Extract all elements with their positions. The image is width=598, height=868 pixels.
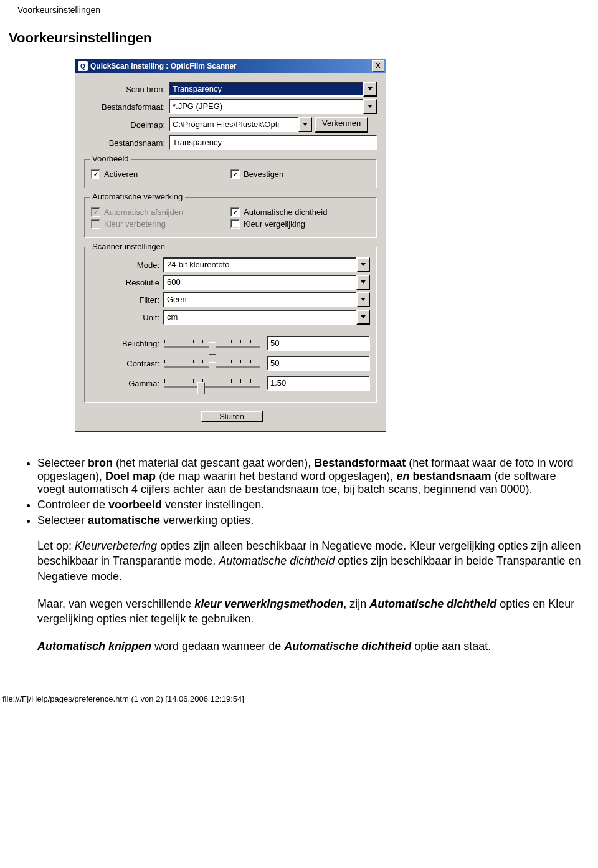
mode-select[interactable]: 24-bit kleurenfoto (163, 257, 358, 272)
dichtheid-label: Automatische dichtheid (244, 207, 327, 217)
activeren-label: Activeren (104, 169, 138, 179)
svg-marker-0 (368, 87, 373, 90)
chevron-down-icon[interactable] (363, 82, 377, 97)
gamma-value[interactable]: 1.50 (267, 376, 370, 391)
scan-bron-select[interactable]: Transparency (169, 82, 364, 97)
contrast-row: Contrast: 50 (91, 356, 370, 371)
svg-marker-4 (361, 280, 366, 284)
page-title: Voorkeursinstellingen (6, 17, 592, 52)
group-verwerking: Automatische verwerking Automatisch afsn… (84, 197, 377, 238)
group-legend: Voorbeeld (90, 154, 131, 163)
breadcrumb-title: Voorkeursinstellingen (6, 0, 592, 17)
svg-marker-3 (361, 263, 366, 266)
belichting-value[interactable]: 50 (267, 336, 370, 351)
gamma-slider[interactable] (164, 376, 260, 391)
verkennen-button[interactable]: Verkennen (315, 117, 368, 133)
vergelijking-checkbox[interactable] (230, 219, 240, 229)
group-scanner: Scanner instellingen Mode: 24-bit kleure… (84, 247, 377, 403)
list-item: Selecteer bron (het material dat gescant… (37, 457, 582, 496)
belichting-label: Belichting: (91, 339, 164, 348)
list-item: Selecteer automatische verwerking opties… (37, 514, 582, 527)
verbetering-label: Kleur verbetering (104, 219, 166, 229)
titlebar: Q QuickScan instelling : OpticFilm Scann… (75, 59, 386, 73)
mode-label: Mode: (91, 260, 163, 270)
resolutie-select[interactable]: 600 (163, 275, 358, 290)
bestandsformaat-select[interactable]: *.JPG (JPEG) (169, 99, 364, 114)
chevron-down-icon[interactable] (356, 310, 370, 325)
svg-marker-1 (368, 105, 373, 108)
svg-marker-5 (361, 298, 366, 301)
svg-marker-6 (361, 315, 366, 318)
close-icon[interactable]: X (372, 60, 384, 72)
activeren-checkbox[interactable] (91, 169, 100, 179)
bevestigen-checkbox[interactable] (230, 169, 240, 179)
bestandsnaam-label: Bestandsnaam: (84, 138, 169, 148)
group-legend: Automatische verwerking (90, 192, 185, 201)
list-item: Controleer de voorbeeld venster instelli… (37, 498, 582, 512)
paragraph: Automatisch knippen word gedaan wanneer … (37, 639, 582, 654)
doelmap-label: Doelmap: (84, 120, 169, 130)
scan-bron-label: Scan bron: (84, 85, 169, 94)
bestandsnaam-input[interactable]: Transparency (169, 135, 377, 150)
window-title: QuickScan instelling : OpticFilm Scanner (90, 62, 371, 70)
paragraph: Let op: Kleurverbetering opties zijn all… (37, 538, 582, 584)
group-voorbeeld: Voorbeeld Activeren Bevestigen (84, 159, 377, 188)
afsnijden-label: Automatisch afsnijden (104, 207, 183, 217)
chevron-down-icon[interactable] (356, 257, 370, 272)
gamma-row: Gamma: 1.50 (91, 376, 370, 391)
contrast-label: Contrast: (91, 359, 164, 368)
app-icon: Q (78, 61, 88, 71)
bevestigen-label: Bevestigen (244, 169, 283, 179)
resolutie-label: Resolutie (91, 278, 163, 287)
dichtheid-checkbox[interactable] (230, 207, 240, 217)
quickscan-dialog: Q QuickScan instelling : OpticFilm Scann… (75, 59, 386, 432)
filter-select[interactable]: Geen (163, 292, 358, 307)
contrast-value[interactable]: 50 (267, 356, 370, 371)
page-footer: file:///F|/Help/pages/preference.htm (1 … (0, 679, 598, 708)
body-text: Selecteer bron (het material dat gescant… (16, 457, 582, 654)
sluiten-button[interactable]: Sluiten (201, 411, 263, 422)
chevron-down-icon[interactable] (356, 292, 370, 307)
afsnijden-checkbox (91, 207, 100, 217)
unit-label: Unit: (91, 313, 163, 322)
bestandsformaat-label: Bestandsformaat: (84, 102, 169, 112)
gamma-label: Gamma: (91, 379, 164, 388)
unit-select[interactable]: cm (163, 310, 358, 325)
chevron-down-icon[interactable] (298, 117, 312, 132)
belichting-row: Belichting: 50 (91, 336, 370, 351)
doelmap-select[interactable]: C:\Program Files\Plustek\Opti (169, 117, 300, 132)
contrast-slider[interactable] (164, 356, 260, 371)
group-legend: Scanner instellingen (90, 242, 168, 251)
vergelijking-label: Kleur vergelijking (244, 219, 305, 229)
verbetering-checkbox (91, 219, 100, 229)
belichting-slider[interactable] (164, 336, 260, 351)
chevron-down-icon[interactable] (356, 275, 370, 290)
paragraph: Maar, van wegen verschillende kleur verw… (37, 596, 582, 627)
chevron-down-icon[interactable] (363, 99, 377, 114)
svg-marker-2 (303, 123, 308, 126)
filter-label: Filter: (91, 295, 163, 305)
